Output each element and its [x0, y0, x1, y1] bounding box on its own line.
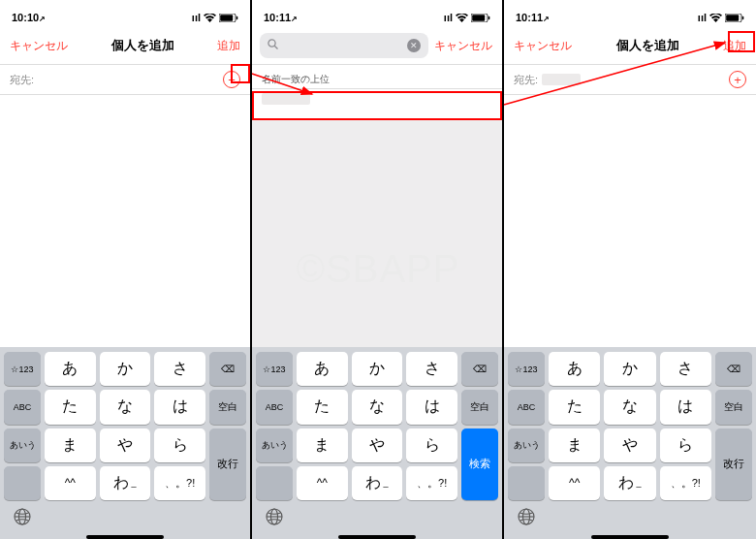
recipient-row[interactable]: 宛先: +: [504, 64, 756, 95]
recipient-chip[interactable]: [542, 74, 581, 85]
key-kana[interactable]: あいう: [256, 428, 293, 462]
home-indicator[interactable]: [338, 535, 416, 539]
key-wa[interactable]: わ_: [100, 466, 151, 500]
svg-rect-16: [742, 16, 744, 18]
battery-icon: [725, 14, 744, 22]
status-bar: 10:11↗ ııl: [252, 8, 502, 27]
key-na[interactable]: な: [352, 390, 403, 424]
wifi-icon: [204, 14, 216, 22]
key-a[interactable]: あ: [297, 352, 348, 386]
key-wa[interactable]: わ_: [352, 466, 403, 500]
key-ya[interactable]: や: [352, 428, 403, 462]
signal-icon: ııl: [192, 12, 201, 23]
cancel-button[interactable]: キャンセル: [514, 38, 572, 54]
key-wa[interactable]: わ_: [604, 466, 655, 500]
nav-bar: ✕ キャンセル: [252, 27, 502, 64]
add-button[interactable]: 追加: [217, 38, 240, 54]
key-enter[interactable]: 改行: [209, 428, 246, 501]
keyboard[interactable]: ☆123 あ か さ ⌫ ABC た な は 空白 あいう ま や ら 検索 ^…: [252, 347, 502, 539]
plus-icon[interactable]: +: [729, 71, 746, 88]
suggestion-row[interactable]: [252, 88, 502, 119]
key-na[interactable]: な: [604, 390, 655, 424]
key-punct[interactable]: 、。?!: [406, 466, 457, 500]
key-num[interactable]: ☆123: [256, 352, 293, 386]
key-space[interactable]: 空白: [209, 390, 246, 424]
key-ka[interactable]: か: [352, 352, 403, 386]
search-icon: [268, 39, 278, 52]
key-delete[interactable]: ⌫: [715, 352, 752, 386]
globe-icon[interactable]: [518, 508, 535, 530]
key-sa[interactable]: さ: [660, 352, 711, 386]
key-ma[interactable]: ま: [297, 428, 348, 462]
battery-icon: [219, 14, 238, 22]
svg-rect-7: [472, 15, 485, 21]
key-space[interactable]: 空白: [461, 390, 498, 424]
search-input[interactable]: ✕: [260, 33, 428, 58]
key-search[interactable]: 検索: [461, 428, 498, 501]
key-ra[interactable]: ら: [406, 428, 457, 462]
key-abc[interactable]: ABC: [4, 390, 41, 424]
key-ra[interactable]: ら: [154, 428, 205, 462]
key-ma[interactable]: ま: [45, 428, 96, 462]
key-num[interactable]: ☆123: [4, 352, 41, 386]
key-a[interactable]: あ: [45, 352, 96, 386]
key-delete[interactable]: ⌫: [209, 352, 246, 386]
plus-icon[interactable]: +: [223, 71, 240, 88]
globe-icon[interactable]: [14, 508, 31, 530]
key-ya[interactable]: や: [604, 428, 655, 462]
key-num[interactable]: ☆123: [508, 352, 545, 386]
home-indicator[interactable]: [86, 535, 164, 539]
key-emoji[interactable]: ^^: [45, 466, 96, 500]
add-button[interactable]: 追加: [723, 38, 746, 54]
key-ta[interactable]: た: [549, 390, 600, 424]
keyboard[interactable]: ☆123 あ か さ ⌫ ABC た な は 空白 あいう ま や ら 改行 ^…: [504, 347, 756, 539]
key-punct[interactable]: 、。?!: [154, 466, 205, 500]
key-ta[interactable]: た: [45, 390, 96, 424]
key-ra[interactable]: ら: [660, 428, 711, 462]
key-a[interactable]: あ: [549, 352, 600, 386]
key-ma[interactable]: ま: [549, 428, 600, 462]
key-sa[interactable]: さ: [154, 352, 205, 386]
recipient-row[interactable]: 宛先: +: [0, 64, 250, 95]
status-icons: ııl: [192, 12, 238, 23]
key-ka[interactable]: か: [604, 352, 655, 386]
key-sa[interactable]: さ: [406, 352, 457, 386]
svg-line-10: [274, 46, 277, 48]
home-indicator[interactable]: [591, 535, 669, 539]
svg-rect-1: [220, 15, 233, 21]
key-kana[interactable]: あいう: [508, 428, 545, 462]
key-na[interactable]: な: [100, 390, 151, 424]
page-title: 個人を追加: [111, 37, 174, 54]
key-delete[interactable]: ⌫: [461, 352, 498, 386]
cancel-button[interactable]: キャンセル: [10, 38, 68, 54]
key-ka[interactable]: か: [100, 352, 151, 386]
nav-bar: キャンセル 個人を追加 追加: [0, 27, 250, 64]
section-header: 名前一致の上位: [252, 64, 502, 88]
key-punct[interactable]: 、。?!: [660, 466, 711, 500]
globe-icon[interactable]: [266, 508, 283, 530]
recipient-label: 宛先:: [10, 73, 34, 87]
key-abc[interactable]: ABC: [256, 390, 293, 424]
svg-rect-8: [488, 16, 490, 18]
nav-bar: キャンセル 個人を追加 追加: [504, 27, 756, 64]
key-enter[interactable]: 改行: [715, 428, 752, 501]
status-time: 10:11↗: [516, 12, 550, 23]
cancel-button[interactable]: キャンセル: [434, 38, 492, 54]
key-kana[interactable]: あいう: [4, 428, 41, 462]
key-empty[interactable]: [256, 466, 293, 500]
screen-3: 10:11↗ ııl キャンセル 個人を追加 追加 宛先: + ☆123 あ: [504, 0, 756, 539]
key-empty[interactable]: [4, 466, 41, 500]
key-empty[interactable]: [508, 466, 545, 500]
key-ta[interactable]: た: [297, 390, 348, 424]
svg-point-9: [268, 40, 275, 47]
key-emoji[interactable]: ^^: [297, 466, 348, 500]
key-ha[interactable]: は: [154, 390, 205, 424]
key-ha[interactable]: は: [406, 390, 457, 424]
key-emoji[interactable]: ^^: [549, 466, 600, 500]
key-space[interactable]: 空白: [715, 390, 752, 424]
clear-icon[interactable]: ✕: [407, 39, 421, 52]
keyboard[interactable]: ☆123 あ か さ ⌫ ABC た な は 空白 あいう ま や ら 改行 ^…: [0, 347, 250, 539]
key-ya[interactable]: や: [100, 428, 151, 462]
key-abc[interactable]: ABC: [508, 390, 545, 424]
key-ha[interactable]: は: [660, 390, 711, 424]
